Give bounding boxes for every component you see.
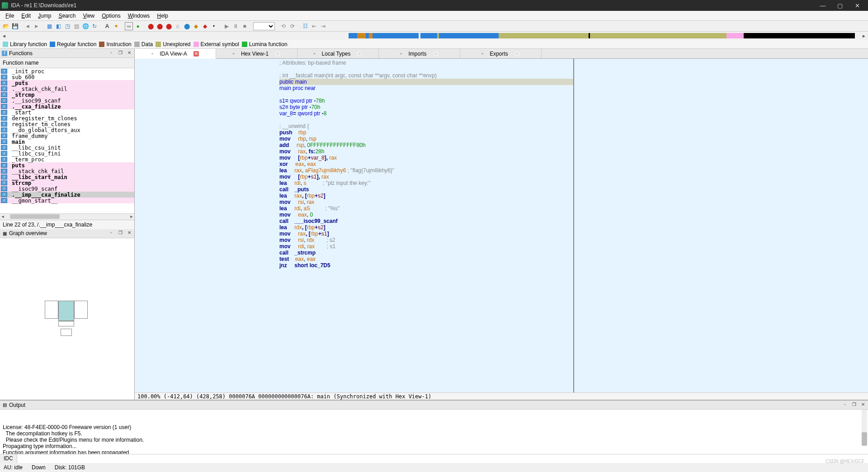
tb-f[interactable]: ↻	[90, 22, 99, 30]
functions-col-header[interactable]: Function name	[0, 58, 134, 68]
function-row[interactable]: f_puts	[0, 80, 134, 86]
graph-close-icon[interactable]: ✕	[126, 230, 132, 236]
function-row[interactable]: f.__isoc99_scanf	[0, 98, 134, 104]
menu-options[interactable]: Options	[98, 12, 124, 20]
tab-exports[interactable]: ▫Exports▫	[460, 49, 542, 58]
output-body[interactable]: License: 48-F4EE-0000-00 Freeware versio…	[0, 410, 868, 454]
tb-b[interactable]: ◧	[54, 22, 62, 30]
function-row[interactable]: f_strcmp	[0, 92, 134, 98]
menu-file[interactable]: File	[2, 12, 18, 20]
save-icon[interactable]: 💾	[11, 22, 19, 30]
nav-left-icon[interactable]: ◄	[2, 33, 6, 38]
function-row[interactable]: f__libc_start_main	[0, 174, 134, 180]
menu-view[interactable]: View	[79, 12, 98, 20]
tb-c[interactable]: ◳	[63, 22, 71, 30]
menu-windows[interactable]: Windows	[124, 12, 154, 20]
stop-icon[interactable]: ■	[241, 22, 249, 30]
tab-close-icon[interactable]: ▫	[514, 51, 520, 57]
function-row[interactable]: f.__cxa_finalize	[0, 104, 134, 109]
tb-stop3[interactable]: ⬤	[165, 22, 173, 30]
fwd-icon[interactable]: ►	[33, 22, 41, 30]
status-bar: AU: idle Down Disk: 101GB	[0, 463, 868, 472]
tab-hex-view-1[interactable]: ▫Hex View-1▫	[216, 49, 297, 58]
functions-list[interactable]: f_init_procfsub_600f_putsf.__stack_chk_f…	[0, 68, 134, 213]
function-row[interactable]: f__isoc99_scanf	[0, 186, 134, 192]
idc-input[interactable]	[17, 454, 868, 463]
tb-stop2[interactable]: ⬤	[156, 22, 164, 30]
tb-green[interactable]: ●	[134, 22, 142, 30]
menu-jump[interactable]: Jump	[34, 12, 55, 20]
idc-label[interactable]: IDC	[0, 454, 17, 463]
function-row[interactable]: fframe_dummy	[0, 133, 134, 139]
run-icon[interactable]: ▶	[222, 22, 231, 30]
function-row[interactable]: fmain	[0, 139, 134, 145]
tb-e[interactable]: 🌐	[81, 22, 90, 30]
function-row[interactable]: f_term_proc	[0, 156, 134, 162]
menu-search[interactable]: Search	[55, 12, 79, 20]
tb-h[interactable]: ✦	[112, 22, 120, 30]
function-row[interactable]: f__gmon_start__	[0, 198, 134, 203]
tab-imports[interactable]: ▫Imports▫	[379, 49, 460, 58]
tb-n[interactable]: ⟳	[288, 22, 297, 30]
menu-edit[interactable]: Edit	[18, 12, 34, 20]
tb-d[interactable]: ▤	[72, 22, 80, 30]
tb-o[interactable]: ☷	[301, 22, 309, 30]
back-icon[interactable]: ◄	[24, 22, 32, 30]
panel-min-icon[interactable]: ▫	[108, 50, 114, 57]
output-min-icon[interactable]: ▫	[842, 402, 848, 408]
tb-m[interactable]: ⟲	[279, 22, 288, 30]
function-row[interactable]: fputs	[0, 162, 134, 168]
menubar: FileEditJumpSearchViewOptionsWindowsHelp	[0, 11, 868, 21]
tb-j[interactable]: ⬤	[183, 22, 191, 30]
function-row[interactable]: f__stack_chk_fail	[0, 168, 134, 174]
function-row[interactable]: fderegister_tm_clones	[0, 115, 134, 121]
minimize-button[interactable]: —	[818, 2, 827, 9]
disassembly-view[interactable]: ; Attributes: bp-based frame ; int __fas…	[135, 59, 868, 392]
menu-help[interactable]: Help	[153, 12, 172, 20]
function-row[interactable]: fsub_600	[0, 74, 134, 80]
open-icon[interactable]: 📂	[2, 22, 10, 30]
function-row[interactable]: fregister_tm_clones	[0, 121, 134, 127]
output-scrollbar[interactable]	[862, 410, 867, 445]
panel-restore-icon[interactable]: ❐	[117, 50, 123, 57]
tb-dd[interactable]: ▾	[210, 22, 218, 30]
graph-min-icon[interactable]: ▫	[108, 230, 114, 236]
tb-l[interactable]: ◆	[201, 22, 209, 30]
debugger-select[interactable]	[253, 22, 275, 30]
titlebar: IDA - re1 E:\Downloads\re1 — ▢ ✕	[0, 0, 868, 11]
function-row[interactable]: f_init_proc	[0, 68, 134, 74]
tab-close-icon[interactable]: ▫	[275, 51, 280, 57]
tb-q[interactable]: ⇥	[319, 22, 327, 30]
function-row[interactable]: f_start	[0, 109, 134, 115]
output-close-icon[interactable]: ✕	[860, 402, 866, 408]
tb-k[interactable]: ◆	[192, 22, 200, 30]
pause-icon[interactable]: ⏸	[231, 22, 240, 30]
graph-overview[interactable]	[0, 238, 134, 400]
output-restore-icon[interactable]: ❐	[851, 402, 857, 408]
navigation-bar[interactable]: ◄ ►	[0, 32, 868, 40]
tb-text[interactable]: ▭	[125, 22, 133, 30]
nav-right-icon[interactable]: ►	[862, 33, 866, 38]
function-row[interactable]: f.__stack_chk_fail	[0, 86, 134, 92]
tab-ida-view-a[interactable]: ▫IDA View-A✕	[135, 49, 216, 59]
maximize-button[interactable]: ▢	[835, 2, 844, 9]
tb-a[interactable]: ▦	[45, 22, 53, 30]
function-row[interactable]: f__libc_csu_init	[0, 145, 134, 151]
function-row[interactable]: fstrcmp	[0, 180, 134, 186]
tab-close-icon[interactable]: ▫	[433, 51, 439, 57]
tb-i[interactable]: ⎌	[174, 22, 182, 30]
output-title: Output	[9, 402, 842, 408]
graph-restore-icon[interactable]: ❐	[117, 230, 123, 236]
tab-close-icon[interactable]: ▫	[357, 51, 362, 57]
tb-g[interactable]: A	[103, 22, 111, 30]
tab-local-types[interactable]: ▫Local Types▫	[297, 49, 379, 58]
tb-stop1[interactable]: ⬤	[146, 22, 155, 30]
close-button[interactable]: ✕	[853, 2, 862, 9]
tb-p[interactable]: ⇤	[310, 22, 318, 30]
function-row[interactable]: f__do_global_dtors_aux	[0, 127, 134, 133]
function-row[interactable]: f__libc_csu_fini	[0, 151, 134, 156]
tab-close-icon[interactable]: ✕	[193, 51, 199, 57]
functions-hscroll[interactable]: ◄ ►	[0, 213, 134, 220]
panel-close-icon[interactable]: ✕	[126, 50, 132, 57]
function-row[interactable]: f.__imp___cxa_finalize	[0, 192, 134, 198]
